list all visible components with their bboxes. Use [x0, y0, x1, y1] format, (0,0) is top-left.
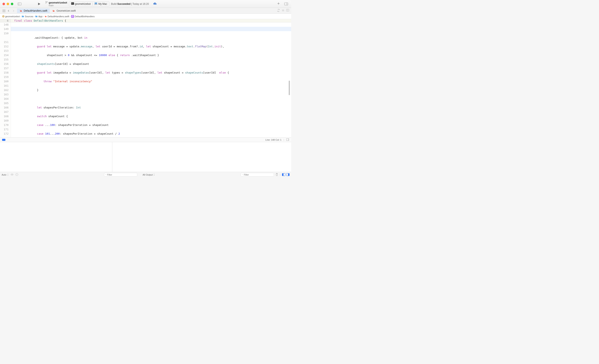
tab-geometrizer[interactable]: Geometrizer.swift [50, 8, 78, 13]
debug-panel-layout [282, 173, 290, 176]
add-tab-button[interactable] [277, 2, 280, 6]
svg-rect-6 [95, 2, 97, 4]
svg-point-24 [17, 174, 17, 174]
breadcrumb-app[interactable]: App [38, 15, 43, 18]
build-status[interactable]: Build Succeeded | Today at 16:20 [111, 2, 149, 5]
svg-rect-5 [71, 2, 74, 5]
cloud-status-icon[interactable] [153, 2, 157, 5]
show-console-panel[interactable] [286, 173, 290, 176]
line-gutter: 148 149 150 151 152 153 154 155 156 157 … [0, 22, 11, 137]
navigator-grid-button[interactable] [2, 8, 6, 13]
swift-file-icon [44, 15, 47, 18]
svg-point-2 [46, 1, 46, 2]
clear-console-button[interactable] [276, 173, 278, 176]
debug-bottom-bar: Auto All Output | [0, 172, 291, 177]
svg-rect-10 [3, 9, 4, 11]
svg-point-4 [47, 1, 48, 2]
swift-file-icon [52, 9, 55, 12]
inspector-sidebar-toggle[interactable] [284, 2, 289, 6]
navigator-sidebar-toggle[interactable] [17, 2, 22, 6]
scheme-destination-selector[interactable]: geometrizebot My Mac [69, 1, 109, 7]
zoom-window-button[interactable] [11, 3, 13, 5]
minimap-toggle-icon[interactable] [286, 138, 289, 141]
forward-button[interactable] [11, 8, 16, 13]
folder-icon [35, 15, 38, 18]
destination-name: My Mac [98, 2, 107, 5]
svg-rect-11 [4, 9, 5, 11]
svg-rect-12 [3, 11, 4, 12]
svg-point-3 [46, 3, 46, 3]
code-editor[interactable]: 148 149 150 151 152 153 154 155 156 157 … [0, 22, 291, 137]
breadcrumb: geometrizebot › Sources › App › DefaultH… [0, 14, 291, 19]
project-name: geometrizebot [49, 1, 67, 4]
svg-rect-8 [284, 3, 288, 5]
minimize-window-button[interactable] [7, 3, 9, 5]
console-output-selector[interactable]: All Output [143, 173, 155, 176]
show-variables-panel[interactable] [282, 173, 285, 176]
run-button[interactable] [36, 1, 42, 7]
debug-area [0, 142, 291, 172]
pinned-scope-line: 6 final class DefaultBotHandlers { [0, 19, 291, 22]
project-info[interactable]: geometrizebot main [45, 1, 67, 7]
folder-icon [22, 15, 24, 18]
console-filter-input[interactable] [241, 173, 274, 177]
project-icon [2, 15, 5, 18]
xcode-window: geometrizebot main geometrizebot My Mac … [0, 0, 291, 177]
editor-status-bar: Line: 148 Col: 1 | [0, 137, 291, 142]
pinned-line-number: 6 [0, 19, 11, 22]
branch-name: main [49, 4, 67, 7]
scheme-name: geometrizebot [75, 2, 91, 5]
debug-bar-toggle[interactable] [2, 139, 5, 141]
back-button[interactable] [6, 8, 11, 13]
svg-point-21 [12, 174, 12, 175]
breadcrumb-project[interactable]: geometrizebot [5, 15, 20, 18]
quicklook-icon[interactable] [10, 173, 14, 176]
adjust-editor-options-icon[interactable] [282, 9, 284, 12]
breadcrumb-file[interactable]: DefaultHandlers.swift [48, 15, 69, 18]
window-controls [2, 3, 13, 5]
tab-default-handlers[interactable]: DefaultHandlers.swift [17, 8, 50, 13]
code-content[interactable]: .waitShapeCount: { update, bot in guard … [11, 22, 291, 137]
variables-filter-input[interactable] [104, 173, 137, 177]
pinned-code: final class DefaultBotHandlers { [11, 19, 66, 22]
info-icon[interactable] [15, 173, 18, 176]
class-symbol-icon: C [71, 15, 74, 18]
titlebar: geometrizebot main geometrizebot My Mac … [0, 0, 291, 8]
variables-view[interactable] [0, 142, 112, 172]
close-window-button[interactable] [2, 3, 5, 5]
refresh-icon[interactable] [277, 9, 280, 12]
svg-rect-7 [94, 4, 97, 5]
svg-rect-0 [18, 3, 21, 5]
swift-file-icon [19, 9, 22, 12]
console-view[interactable] [112, 142, 291, 172]
breadcrumb-symbol[interactable]: DefaultBotHandlers [75, 15, 94, 18]
cursor-position: Line: 148 Col: 1 [265, 139, 282, 141]
svg-rect-13 [4, 11, 5, 12]
svg-rect-19 [286, 139, 289, 141]
breadcrumb-sources[interactable]: Sources [25, 15, 33, 18]
scrollbar-thumb[interactable] [289, 81, 290, 95]
cursor-line [11, 27, 291, 31]
tab-bar: DefaultHandlers.swift Geometrizer.swift [0, 8, 291, 14]
editor-layout-icon[interactable] [286, 9, 289, 12]
mac-icon [94, 2, 97, 5]
terminal-icon [71, 2, 74, 5]
auto-scope-selector[interactable]: Auto [2, 173, 9, 176]
branch-icon [45, 1, 48, 4]
